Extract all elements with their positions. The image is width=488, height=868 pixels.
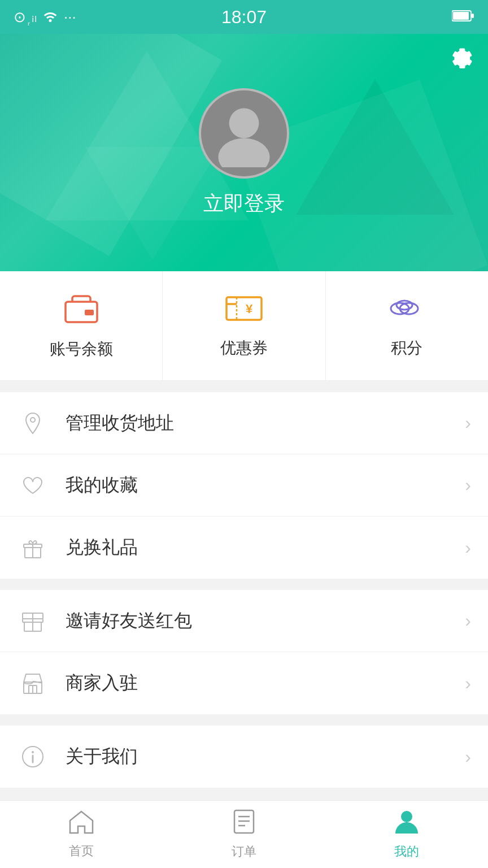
separator-2 — [0, 579, 488, 590]
location-icon — [17, 407, 49, 439]
balance-label: 账号余额 — [50, 338, 113, 360]
manage-address-label: 管理收货地址 — [66, 411, 465, 436]
coupon-button[interactable]: ¥ 优惠券 — [163, 271, 325, 380]
svg-point-3 — [229, 108, 259, 138]
svg-point-4 — [218, 138, 269, 167]
circle-icon: ⊙ — [14, 8, 26, 26]
tab-mine[interactable]: 我的 — [325, 801, 488, 868]
svg-point-27 — [32, 751, 34, 753]
redeem-item[interactable]: 兑换礼品 › — [0, 517, 488, 579]
wallet-icon — [64, 294, 98, 329]
chevron-icon: › — [465, 537, 471, 558]
invite-item[interactable]: 邀请好友送红包 › — [0, 590, 488, 652]
svg-text:¥: ¥ — [246, 302, 253, 316]
menu-section-2: 邀请好友送红包 › 商家入驻 › — [0, 590, 488, 714]
redeem-label: 兑换礼品 — [66, 535, 465, 560]
invite-label: 邀请好友送红包 — [66, 609, 465, 633]
settings-button[interactable] — [450, 45, 474, 75]
chevron-icon: › — [465, 610, 471, 631]
home-icon — [68, 809, 94, 838]
menu-section-3: 关于我们 › — [0, 726, 488, 788]
tab-bar: 首页 订单 我的 — [0, 800, 488, 868]
avatar[interactable] — [199, 88, 289, 179]
status-time: 18:07 — [221, 7, 267, 28]
orders-tab-label: 订单 — [232, 843, 256, 860]
svg-point-13 — [396, 301, 412, 310]
hero-decoration-2 — [296, 79, 454, 215]
tab-home[interactable]: 首页 — [0, 801, 163, 868]
svg-rect-2 — [472, 14, 474, 18]
login-button[interactable]: 立即登录 — [203, 190, 285, 218]
battery-icon — [452, 8, 474, 26]
orders-icon — [233, 809, 255, 839]
balance-button[interactable]: 账号余额 — [0, 271, 163, 380]
status-right — [452, 8, 474, 26]
manage-address-item[interactable]: 管理收货地址 › — [0, 392, 488, 454]
favorites-label: 我的收藏 — [66, 473, 465, 498]
points-icon — [389, 294, 425, 328]
gift-icon — [17, 605, 49, 637]
chevron-icon: › — [465, 475, 471, 496]
svg-rect-7 — [226, 297, 262, 320]
about-label: 关于我们 — [66, 744, 465, 769]
coupon-label: 优惠券 — [220, 337, 268, 359]
hero-section: 立即登录 — [0, 34, 488, 271]
status-left: ⊙ ᷊ᵢₗ ··· — [14, 8, 76, 26]
points-label: 积分 — [391, 337, 422, 359]
avatar-container[interactable] — [199, 88, 289, 179]
svg-point-32 — [401, 811, 412, 822]
separator-1 — [0, 381, 488, 392]
wifi-icon — [42, 8, 58, 26]
status-bar: ⊙ ᷊ᵢₗ ··· 18:07 — [0, 0, 488, 34]
favorites-item[interactable]: 我的收藏 › — [0, 454, 488, 517]
chevron-icon: › — [465, 413, 471, 433]
chevron-icon: › — [465, 747, 471, 767]
coupon-icon: ¥ — [225, 294, 263, 328]
signal-icon: ᷊ᵢₗ — [32, 8, 37, 26]
store-icon — [17, 667, 49, 699]
merchant-item[interactable]: 商家入驻 › — [0, 652, 488, 714]
points-button[interactable]: 积分 — [326, 271, 488, 380]
svg-rect-6 — [85, 310, 94, 315]
info-icon — [17, 741, 49, 772]
home-tab-label: 首页 — [69, 843, 94, 860]
person-icon — [394, 809, 419, 839]
separator-3 — [0, 714, 488, 726]
dots-icon: ··· — [64, 8, 76, 26]
tab-orders[interactable]: 订单 — [163, 801, 325, 868]
merchant-label: 商家入驻 — [66, 671, 465, 696]
chevron-icon: › — [465, 673, 471, 694]
heart-icon — [17, 470, 49, 501]
about-item[interactable]: 关于我们 › — [0, 726, 488, 788]
menu-section-1: 管理收货地址 › 我的收藏 › — [0, 392, 488, 579]
svg-rect-1 — [453, 12, 469, 20]
mine-tab-label: 我的 — [394, 843, 419, 860]
gift-box-icon — [17, 532, 49, 563]
quick-actions-bar: 账号余额 ¥ 优惠券 积分 — [0, 271, 488, 381]
